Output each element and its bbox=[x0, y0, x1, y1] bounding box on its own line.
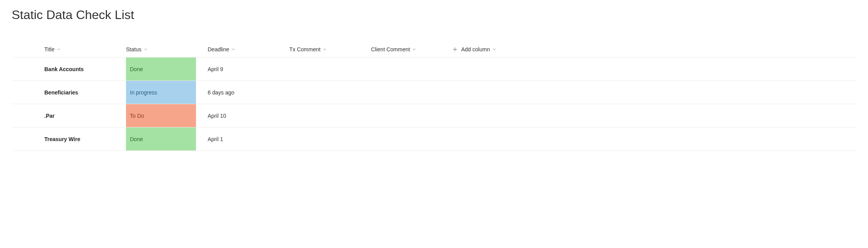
row-client-comment[interactable] bbox=[371, 81, 453, 104]
plus-icon bbox=[453, 47, 457, 52]
row-deadline[interactable]: April 9 bbox=[208, 58, 289, 80]
status-badge: Done bbox=[126, 127, 196, 150]
column-header-client-comment[interactable]: Client Comment bbox=[371, 42, 453, 57]
row-tx-comment[interactable] bbox=[289, 58, 371, 80]
row-tx-comment[interactable] bbox=[289, 127, 371, 150]
page-title: Static Data Check List bbox=[12, 8, 856, 22]
row-client-comment[interactable] bbox=[371, 104, 453, 127]
add-column-label: Add column bbox=[461, 46, 490, 52]
table-row[interactable]: BeneficiariesIn progress6 days ago bbox=[12, 81, 856, 104]
column-header-title-label: Title bbox=[44, 46, 54, 52]
row-status[interactable]: Done bbox=[126, 127, 208, 150]
column-header-title[interactable]: Title bbox=[44, 42, 126, 57]
row-status[interactable]: In progress bbox=[126, 81, 208, 104]
row-tx-comment[interactable] bbox=[289, 81, 371, 104]
data-table: Title Status Deadline Tx Comment bbox=[12, 42, 856, 151]
chevron-down-icon bbox=[57, 47, 61, 51]
chevron-down-icon bbox=[412, 47, 416, 51]
table-row[interactable]: Bank AccountsDoneApril 9 bbox=[12, 58, 856, 81]
row-tx-comment[interactable] bbox=[289, 104, 371, 127]
row-title[interactable]: Bank Accounts bbox=[44, 58, 126, 80]
row-status[interactable]: To Do bbox=[126, 104, 208, 127]
status-badge: Done bbox=[126, 58, 196, 80]
table-header-row: Title Status Deadline Tx Comment bbox=[12, 42, 856, 58]
status-badge: To Do bbox=[126, 104, 196, 127]
status-badge: In progress bbox=[126, 81, 196, 104]
column-header-tx-comment-label: Tx Comment bbox=[289, 46, 320, 52]
column-header-deadline-label: Deadline bbox=[208, 46, 229, 52]
row-status[interactable]: Done bbox=[126, 58, 208, 80]
row-title[interactable]: Treasury Wire bbox=[44, 127, 126, 150]
table-row[interactable]: Treasury WireDoneApril 1 bbox=[12, 127, 856, 151]
row-title[interactable]: Beneficiaries bbox=[44, 81, 126, 104]
row-client-comment[interactable] bbox=[371, 58, 453, 80]
chevron-down-icon bbox=[144, 47, 148, 51]
row-title[interactable]: .Par bbox=[44, 104, 126, 127]
row-deadline[interactable]: April 1 bbox=[208, 127, 289, 150]
chevron-down-icon bbox=[231, 47, 235, 51]
column-header-deadline[interactable]: Deadline bbox=[208, 42, 289, 57]
row-client-comment[interactable] bbox=[371, 127, 453, 150]
column-header-client-comment-label: Client Comment bbox=[371, 46, 410, 52]
column-header-status-label: Status bbox=[126, 46, 142, 52]
chevron-down-icon bbox=[492, 47, 496, 51]
row-deadline[interactable]: 6 days ago bbox=[208, 81, 289, 104]
column-header-status[interactable]: Status bbox=[126, 42, 208, 57]
add-column-button[interactable]: Add column bbox=[453, 42, 534, 57]
column-header-tx-comment[interactable]: Tx Comment bbox=[289, 42, 371, 57]
row-deadline[interactable]: April 10 bbox=[208, 104, 289, 127]
table-row[interactable]: .ParTo DoApril 10 bbox=[12, 104, 856, 127]
chevron-down-icon bbox=[323, 47, 327, 51]
